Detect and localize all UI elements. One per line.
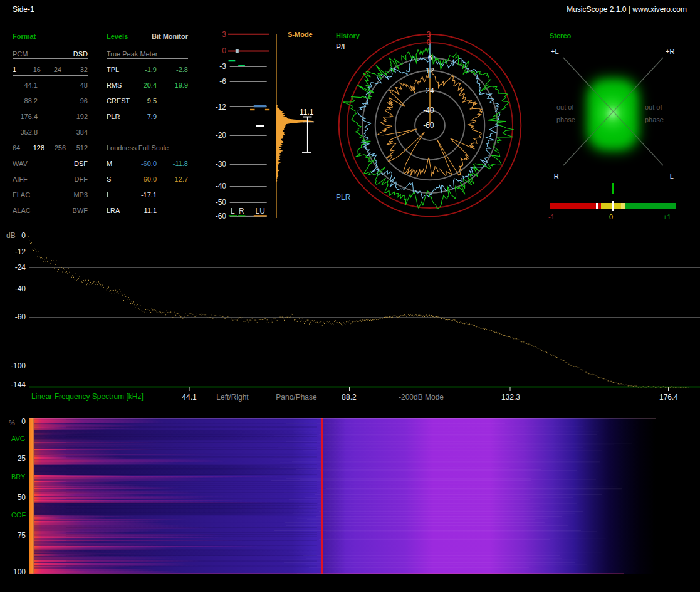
svg-text:0: 0 [21, 231, 26, 240]
svg-text:-40: -40 [15, 284, 26, 293]
svg-text:dB: dB [6, 231, 16, 240]
svg-text:-12: -12 [15, 247, 26, 256]
svg-text:-144: -144 [11, 380, 26, 389]
svg-text:-60: -60 [15, 313, 26, 321]
svg-text:-100: -100 [11, 361, 26, 370]
svg-text:-24: -24 [15, 263, 26, 272]
